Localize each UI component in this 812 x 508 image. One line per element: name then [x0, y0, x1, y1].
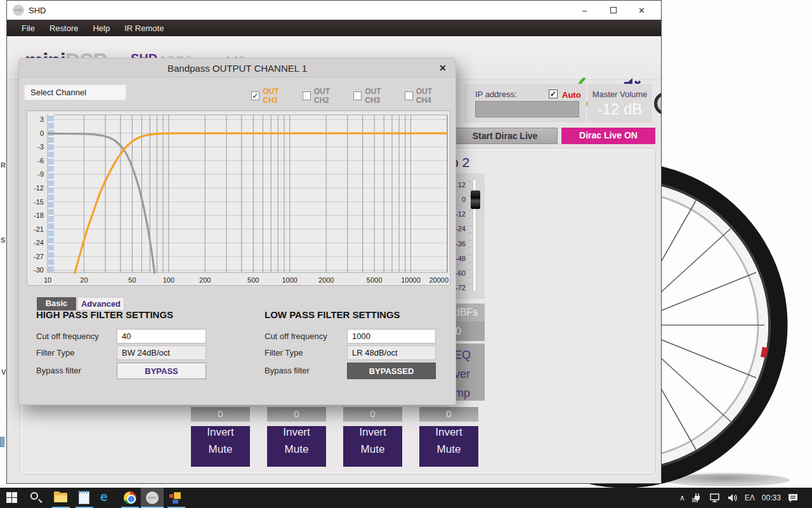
filter-response-chart: 30-3-6-9-12-15-18-21-24-27-3010205010020…	[27, 111, 450, 285]
channel-strip: 0 Invert Mute	[419, 407, 478, 467]
high-pass-heading: HIGH PASS FILTER SETTINGS	[36, 309, 173, 320]
search-icon[interactable]	[30, 492, 38, 500]
out-ch2-checkbox[interactable]	[303, 91, 311, 100]
svg-text:-3: -3	[37, 143, 44, 150]
power-plug-icon[interactable]	[692, 493, 702, 502]
invert-button[interactable]: Invert	[343, 426, 402, 439]
xover-button-fragment[interactable]: ver	[454, 368, 470, 381]
out-ch4-checkbox[interactable]	[405, 91, 413, 100]
invert-mute-block: Invert Mute	[267, 426, 326, 467]
channel-strip: 0 Invert Mute	[267, 407, 326, 467]
invert-button[interactable]: Invert	[419, 426, 478, 439]
hp-bypass-label: Bypass filter	[36, 366, 81, 375]
dialog-close-icon[interactable]: ✕	[439, 63, 447, 73]
auto-checkbox[interactable]: ✓	[549, 90, 558, 98]
clock[interactable]: 00:33	[762, 493, 781, 502]
edge-browser-icon[interactable]: e	[100, 489, 108, 504]
start-button[interactable]	[6, 492, 18, 504]
svg-text:0: 0	[40, 130, 44, 137]
mute-button[interactable]: Mute	[191, 443, 250, 456]
master-volume-panel[interactable]: Master Volume -12 dB	[587, 84, 652, 123]
close-button[interactable]: ✕	[627, 1, 656, 20]
invert-button[interactable]: Invert	[191, 426, 250, 439]
close-icon: ✕	[638, 6, 645, 15]
svg-text:2000: 2000	[318, 276, 334, 284]
start-dirac-live-button[interactable]: Start Dirac Live Software	[452, 128, 558, 144]
dbfs-label: dBFs	[454, 307, 478, 318]
master-volume-value: -12 dB	[587, 100, 652, 118]
auto-label: Auto	[562, 90, 581, 100]
volume-icon[interactable]	[728, 493, 738, 502]
out-ch2-label: OUT CH2	[314, 87, 345, 105]
channel-strip: 0 Invert Mute	[191, 407, 250, 467]
invert-mute-block: Invert Mute	[343, 426, 402, 467]
svg-text:-6: -6	[37, 157, 44, 164]
lp-cutoff-input[interactable]: 1000	[347, 329, 436, 344]
svg-text:20000: 20000	[429, 276, 449, 284]
shd-app-window: DSP SHD – ✕ File Restore Help IR Remote …	[6, 0, 662, 484]
hp-cutoff-label: Cut off frequency	[36, 331, 99, 341]
ip-panel: IP address: ✓ Auto	[464, 84, 586, 123]
mute-button[interactable]: Mute	[419, 443, 478, 456]
plugin-app-icon[interactable]	[169, 491, 181, 504]
out-ch1-checkbox[interactable]: ✓	[251, 91, 259, 100]
out-ch1-label: OUT CH1	[263, 87, 294, 105]
product-image-fragment	[654, 92, 662, 115]
out-ch3-label: OUT CH3	[365, 87, 396, 105]
svg-text:-12: -12	[34, 184, 44, 192]
ip-address-label: IP address:	[475, 90, 517, 99]
gain-value-box[interactable]: 0	[343, 407, 402, 422]
menu-item-file[interactable]: File	[22, 23, 35, 33]
network-icon[interactable]	[709, 493, 721, 502]
menu-bar: File Restore Help IR Remote	[7, 20, 661, 36]
desktop-slider-fragment	[0, 437, 4, 447]
svg-text:100: 100	[163, 276, 174, 284]
filter-response-graph: 30-3-6-9-12-15-18-21-24-27-3010205010020…	[27, 110, 450, 286]
lp-bypass-button[interactable]: BYPASSED	[347, 363, 436, 379]
tray-chevron-icon[interactable]: ∧	[679, 493, 685, 502]
chrome-icon[interactable]	[124, 491, 136, 504]
file-explorer-icon[interactable]	[53, 490, 69, 505]
gain-value-box[interactable]: 0	[419, 407, 478, 422]
gain-value-box[interactable]: 0	[267, 407, 326, 422]
ip-address-input[interactable]	[475, 101, 579, 117]
maximize-icon	[610, 7, 617, 13]
maximize-button[interactable]	[599, 1, 627, 20]
low-pass-heading: LOW PASS FILTER SETTINGS	[265, 309, 400, 320]
svg-text:-30: -30	[34, 266, 44, 274]
comp-button-fragment[interactable]: mp	[454, 387, 470, 400]
notification-icon[interactable]	[788, 493, 798, 503]
lp-filter-type-select[interactable]: LR 48dB/oct	[347, 345, 436, 360]
hp-bypass-button[interactable]: BYPASS	[117, 363, 206, 379]
language-indicator[interactable]: EΛ	[745, 493, 755, 502]
minimize-button[interactable]: –	[570, 1, 599, 20]
hp-filter-type-select[interactable]: BW 24dB/oct	[117, 345, 206, 360]
minidsp-taskbar-button-active[interactable]: DSP	[141, 488, 164, 508]
mute-button[interactable]: Mute	[267, 443, 326, 456]
fader-handle[interactable]	[471, 190, 480, 209]
dialog-title: Bandpass OUTPUT CHANNEL 1	[19, 63, 455, 74]
notepad-icon[interactable]	[77, 490, 92, 505]
system-tray: ∧ EΛ 00:33	[672, 488, 798, 508]
taskbar: e DSP ∧	[0, 488, 812, 508]
mute-button[interactable]: Mute	[343, 443, 402, 456]
app-icon: DSP	[13, 4, 24, 16]
menu-item-restore[interactable]: Restore	[49, 23, 79, 33]
hp-cutoff-input[interactable]: 40	[117, 329, 206, 344]
gain-value-box[interactable]: 0	[191, 407, 250, 422]
menu-item-ir-remote[interactable]: IR Remote	[124, 23, 164, 33]
svg-text:-21: -21	[34, 225, 44, 233]
tab-basic[interactable]: Basic	[37, 297, 76, 311]
meter-value: 0	[455, 326, 461, 337]
svg-text:-15: -15	[34, 198, 44, 206]
out-ch3-checkbox[interactable]	[353, 91, 362, 100]
peq-button-fragment[interactable]: EQ	[454, 349, 471, 362]
svg-text:50: 50	[128, 276, 136, 284]
invert-button[interactable]: Invert	[267, 426, 326, 439]
menu-item-help[interactable]: Help	[93, 23, 110, 33]
select-channel-button[interactable]: Select Channel	[24, 84, 126, 100]
dirac-live-on-button[interactable]: Dirac Live ON	[561, 128, 655, 144]
tab-advanced[interactable]: Advanced	[77, 297, 124, 311]
svg-text:20: 20	[80, 276, 88, 284]
minimize-icon: –	[582, 6, 587, 15]
